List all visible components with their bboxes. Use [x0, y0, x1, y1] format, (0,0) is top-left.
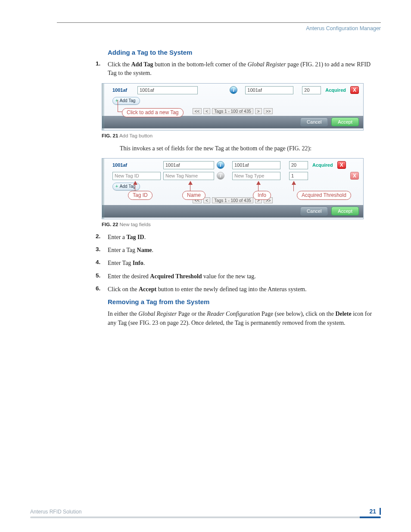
step-text: Enter a Tag Name. [108, 246, 153, 255]
step-number: 3. [96, 246, 108, 252]
threshold-input[interactable]: 20 [289, 161, 308, 169]
cancel-button[interactable]: Cancel [300, 118, 328, 126]
step-number: 4. [96, 259, 108, 265]
info-icon[interactable]: i [230, 86, 237, 94]
info-icon[interactable]: i [217, 161, 224, 169]
footer-left: Anterus RFID Solution [30, 509, 81, 515]
acquired-label: Acquired [312, 162, 333, 168]
cancel-button[interactable]: Cancel [300, 207, 328, 215]
step-number: 6. [96, 285, 108, 292]
accept-button[interactable]: Accept [331, 207, 359, 215]
step-text: Enter Tag Info. [108, 259, 145, 268]
new-tag-type-input[interactable]: New Tag Type [232, 172, 280, 180]
fig21-caption: FIG. 21 Add Tag button [102, 133, 381, 138]
step-text: Click the Add Tag button in the bottom-l… [108, 60, 381, 78]
tag-info-input[interactable]: 1001af [232, 161, 280, 169]
callout-acquired-threshold: Acquired Threshold [297, 191, 351, 200]
figure-22: 1001af 1001af i 1001af 20 Acquired X New… [102, 158, 364, 219]
step-number: 5. [96, 272, 108, 279]
step-text: Click on the Accept button to enter the … [108, 285, 307, 294]
delete-icon[interactable]: X [350, 172, 359, 180]
callout-tag-id: Tag ID [128, 191, 153, 200]
tag-id-label: 1001af [112, 162, 161, 168]
accept-button[interactable]: Accept [331, 118, 359, 126]
step-number: 1. [96, 60, 108, 67]
step-text: Enter a Tag ID. [108, 233, 146, 242]
page-number: 21 [369, 508, 381, 515]
tag-info-input[interactable]: 1001af [245, 86, 293, 94]
remove-paragraph: In either the Global Register Page or th… [108, 310, 381, 327]
callout-name: Name [182, 191, 206, 200]
tag-name-input[interactable]: 1001af [137, 86, 198, 94]
header-breadcrumb: Anterus Configuration Manager [57, 25, 381, 31]
new-threshold-input[interactable]: 1 [289, 172, 308, 180]
step-text: Enter the desired Acquired Threshold val… [108, 272, 256, 281]
delete-icon[interactable]: X [337, 161, 346, 169]
info-icon: i [217, 172, 224, 180]
section-title-remove: Removing a Tag from the System [108, 298, 381, 305]
callout-add-tag: Click to add a new Tag [122, 108, 184, 117]
add-tag-button[interactable]: +Add Tag [112, 97, 140, 105]
fig22-caption: FIG. 22 New tag fields [102, 222, 381, 227]
tag-id-label: 1001af [112, 87, 135, 93]
threshold-input[interactable]: 20 [302, 86, 321, 94]
paragraph-invokes: This invokes a set of fields for the new… [120, 144, 381, 153]
new-tag-name-input[interactable]: New Tag Name [163, 172, 214, 180]
step-number: 2. [96, 233, 108, 240]
delete-icon[interactable]: X [350, 86, 359, 94]
section-title-add: Adding a Tag to the System [108, 49, 381, 56]
tag-name-input[interactable]: 1001af [163, 161, 214, 169]
callout-info: Info [253, 191, 271, 200]
acquired-label: Acquired [325, 87, 346, 93]
figure-21: 1001af 1001af i 1001af 20 Acquired X +Ad… [102, 83, 364, 131]
new-tag-id-input[interactable]: New Tag ID [112, 172, 161, 180]
page-footer: Anterus RFID Solution 21 [30, 508, 381, 515]
